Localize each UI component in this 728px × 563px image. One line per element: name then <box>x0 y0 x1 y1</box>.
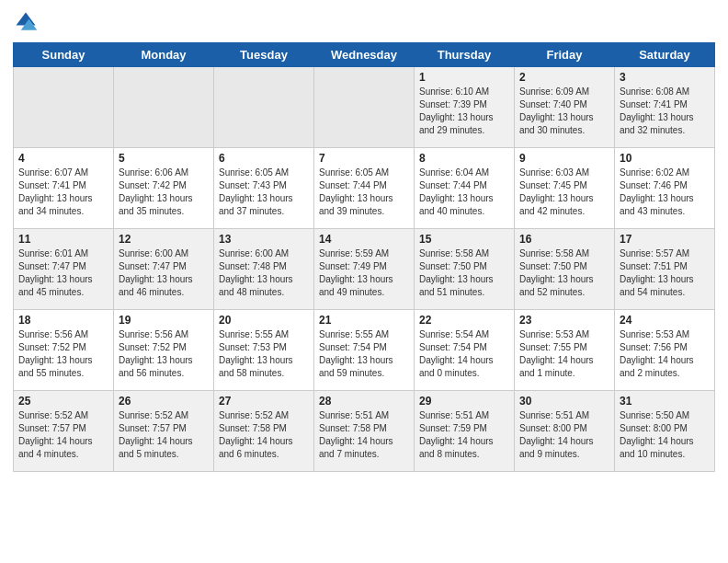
day-info: Sunrise: 6:08 AM Sunset: 7:41 PM Dayligh… <box>620 86 710 137</box>
calendar-cell: 20Sunrise: 5:55 AM Sunset: 7:53 PM Dayli… <box>214 310 314 391</box>
calendar-cell: 25Sunrise: 5:52 AM Sunset: 7:57 PM Dayli… <box>14 391 114 472</box>
day-number: 26 <box>119 395 209 408</box>
calendar-cell: 6Sunrise: 6:05 AM Sunset: 7:43 PM Daylig… <box>214 148 314 229</box>
day-info: Sunrise: 5:51 AM Sunset: 7:58 PM Dayligh… <box>319 409 409 461</box>
calendar-cell: 22Sunrise: 5:54 AM Sunset: 7:54 PM Dayli… <box>415 310 515 391</box>
day-info: Sunrise: 5:59 AM Sunset: 7:49 PM Dayligh… <box>319 247 409 299</box>
calendar-cell: 8Sunrise: 6:04 AM Sunset: 7:44 PM Daylig… <box>415 148 515 229</box>
calendar-week-row: 18Sunrise: 5:56 AM Sunset: 7:52 PM Dayli… <box>14 310 715 391</box>
day-number: 9 <box>519 152 609 165</box>
day-info: Sunrise: 6:04 AM Sunset: 7:44 PM Dayligh… <box>419 167 509 218</box>
weekday-header-monday: Monday <box>114 43 214 67</box>
day-info: Sunrise: 6:01 AM Sunset: 7:47 PM Dayligh… <box>18 247 108 299</box>
day-info: Sunrise: 5:53 AM Sunset: 7:56 PM Dayligh… <box>620 328 710 380</box>
day-number: 18 <box>18 314 108 327</box>
calendar-cell: 28Sunrise: 5:51 AM Sunset: 7:58 PM Dayli… <box>314 391 415 472</box>
day-info: Sunrise: 6:05 AM Sunset: 7:43 PM Dayligh… <box>219 167 309 218</box>
day-number: 27 <box>219 395 309 408</box>
day-number: 23 <box>519 314 609 327</box>
calendar-cell: 18Sunrise: 5:56 AM Sunset: 7:52 PM Dayli… <box>14 310 114 391</box>
weekday-header-sunday: Sunday <box>14 43 114 67</box>
day-info: Sunrise: 5:52 AM Sunset: 7:57 PM Dayligh… <box>119 409 209 461</box>
logo-icon <box>13 9 39 35</box>
day-info: Sunrise: 5:51 AM Sunset: 8:00 PM Dayligh… <box>519 409 609 461</box>
calendar-cell: 31Sunrise: 5:50 AM Sunset: 8:00 PM Dayli… <box>615 391 715 472</box>
day-info: Sunrise: 5:52 AM Sunset: 7:57 PM Dayligh… <box>18 409 108 461</box>
day-info: Sunrise: 6:00 AM Sunset: 7:47 PM Dayligh… <box>119 247 209 299</box>
day-number: 8 <box>419 152 509 165</box>
calendar-cell: 5Sunrise: 6:06 AM Sunset: 7:42 PM Daylig… <box>114 148 214 229</box>
header <box>13 9 715 35</box>
day-number: 28 <box>319 395 409 408</box>
calendar-cell <box>14 67 114 148</box>
calendar-cell <box>114 67 214 148</box>
day-info: Sunrise: 6:02 AM Sunset: 7:46 PM Dayligh… <box>620 167 710 218</box>
calendar-cell: 9Sunrise: 6:03 AM Sunset: 7:45 PM Daylig… <box>515 148 615 229</box>
calendar-cell: 10Sunrise: 6:02 AM Sunset: 7:46 PM Dayli… <box>615 148 715 229</box>
day-info: Sunrise: 5:56 AM Sunset: 7:52 PM Dayligh… <box>119 328 209 380</box>
day-info: Sunrise: 5:58 AM Sunset: 7:50 PM Dayligh… <box>419 247 509 299</box>
calendar-cell: 14Sunrise: 5:59 AM Sunset: 7:49 PM Dayli… <box>314 229 415 310</box>
calendar-cell: 30Sunrise: 5:51 AM Sunset: 8:00 PM Dayli… <box>515 391 615 472</box>
day-number: 1 <box>419 71 509 84</box>
calendar-cell: 16Sunrise: 5:58 AM Sunset: 7:50 PM Dayli… <box>515 229 615 310</box>
calendar-week-row: 4Sunrise: 6:07 AM Sunset: 7:41 PM Daylig… <box>14 148 715 229</box>
day-info: Sunrise: 5:53 AM Sunset: 7:55 PM Dayligh… <box>519 328 609 380</box>
day-number: 20 <box>219 314 309 327</box>
day-info: Sunrise: 6:00 AM Sunset: 7:48 PM Dayligh… <box>219 247 309 299</box>
day-info: Sunrise: 5:56 AM Sunset: 7:52 PM Dayligh… <box>18 328 108 380</box>
day-info: Sunrise: 5:51 AM Sunset: 7:59 PM Dayligh… <box>419 409 509 461</box>
calendar-cell: 27Sunrise: 5:52 AM Sunset: 7:58 PM Dayli… <box>214 391 314 472</box>
calendar-cell: 17Sunrise: 5:57 AM Sunset: 7:51 PM Dayli… <box>615 229 715 310</box>
weekday-header-wednesday: Wednesday <box>314 43 415 67</box>
calendar-week-row: 25Sunrise: 5:52 AM Sunset: 7:57 PM Dayli… <box>14 391 715 472</box>
day-number: 6 <box>219 152 309 165</box>
day-info: Sunrise: 6:07 AM Sunset: 7:41 PM Dayligh… <box>18 167 108 218</box>
day-info: Sunrise: 5:58 AM Sunset: 7:50 PM Dayligh… <box>519 247 609 299</box>
calendar-cell: 1Sunrise: 6:10 AM Sunset: 7:39 PM Daylig… <box>415 67 515 148</box>
day-info: Sunrise: 6:03 AM Sunset: 7:45 PM Dayligh… <box>519 167 609 218</box>
weekday-header-row: SundayMondayTuesdayWednesdayThursdayFrid… <box>14 43 715 67</box>
calendar-cell: 4Sunrise: 6:07 AM Sunset: 7:41 PM Daylig… <box>14 148 114 229</box>
day-info: Sunrise: 5:52 AM Sunset: 7:58 PM Dayligh… <box>219 409 309 461</box>
day-number: 31 <box>620 395 710 408</box>
calendar-cell <box>214 67 314 148</box>
day-number: 30 <box>519 395 609 408</box>
day-number: 17 <box>620 233 710 246</box>
day-info: Sunrise: 6:06 AM Sunset: 7:42 PM Dayligh… <box>119 167 209 218</box>
day-number: 12 <box>119 233 209 246</box>
calendar-cell: 13Sunrise: 6:00 AM Sunset: 7:48 PM Dayli… <box>214 229 314 310</box>
day-info: Sunrise: 5:57 AM Sunset: 7:51 PM Dayligh… <box>620 247 710 299</box>
day-info: Sunrise: 5:50 AM Sunset: 8:00 PM Dayligh… <box>620 409 710 461</box>
day-number: 21 <box>319 314 409 327</box>
calendar-cell: 15Sunrise: 5:58 AM Sunset: 7:50 PM Dayli… <box>415 229 515 310</box>
day-number: 25 <box>18 395 108 408</box>
calendar-cell: 24Sunrise: 5:53 AM Sunset: 7:56 PM Dayli… <box>615 310 715 391</box>
calendar-cell: 11Sunrise: 6:01 AM Sunset: 7:47 PM Dayli… <box>14 229 114 310</box>
day-number: 4 <box>18 152 108 165</box>
day-info: Sunrise: 6:05 AM Sunset: 7:44 PM Dayligh… <box>319 167 409 218</box>
calendar-cell: 19Sunrise: 5:56 AM Sunset: 7:52 PM Dayli… <box>114 310 214 391</box>
weekday-header-thursday: Thursday <box>415 43 515 67</box>
day-number: 14 <box>319 233 409 246</box>
calendar-cell: 29Sunrise: 5:51 AM Sunset: 7:59 PM Dayli… <box>415 391 515 472</box>
calendar-cell: 26Sunrise: 5:52 AM Sunset: 7:57 PM Dayli… <box>114 391 214 472</box>
weekday-header-saturday: Saturday <box>615 43 715 67</box>
day-number: 10 <box>620 152 710 165</box>
day-number: 13 <box>219 233 309 246</box>
day-number: 24 <box>620 314 710 327</box>
calendar-week-row: 1Sunrise: 6:10 AM Sunset: 7:39 PM Daylig… <box>14 67 715 148</box>
calendar-table: SundayMondayTuesdayWednesdayThursdayFrid… <box>13 42 715 472</box>
calendar-cell: 3Sunrise: 6:08 AM Sunset: 7:41 PM Daylig… <box>615 67 715 148</box>
day-info: Sunrise: 5:55 AM Sunset: 7:53 PM Dayligh… <box>219 328 309 380</box>
day-info: Sunrise: 5:54 AM Sunset: 7:54 PM Dayligh… <box>419 328 509 380</box>
day-number: 7 <box>319 152 409 165</box>
calendar-cell: 12Sunrise: 6:00 AM Sunset: 7:47 PM Dayli… <box>114 229 214 310</box>
day-number: 22 <box>419 314 509 327</box>
day-info: Sunrise: 6:09 AM Sunset: 7:40 PM Dayligh… <box>519 86 609 137</box>
day-number: 3 <box>620 71 710 84</box>
calendar-week-row: 11Sunrise: 6:01 AM Sunset: 7:47 PM Dayli… <box>14 229 715 310</box>
day-number: 2 <box>519 71 609 84</box>
calendar-cell: 2Sunrise: 6:09 AM Sunset: 7:40 PM Daylig… <box>515 67 615 148</box>
page: SundayMondayTuesdayWednesdayThursdayFrid… <box>0 0 728 563</box>
